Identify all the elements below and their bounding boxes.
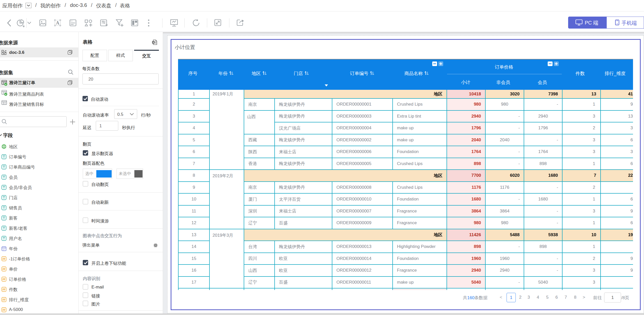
svg-text:o..: o.. bbox=[136, 23, 138, 25]
